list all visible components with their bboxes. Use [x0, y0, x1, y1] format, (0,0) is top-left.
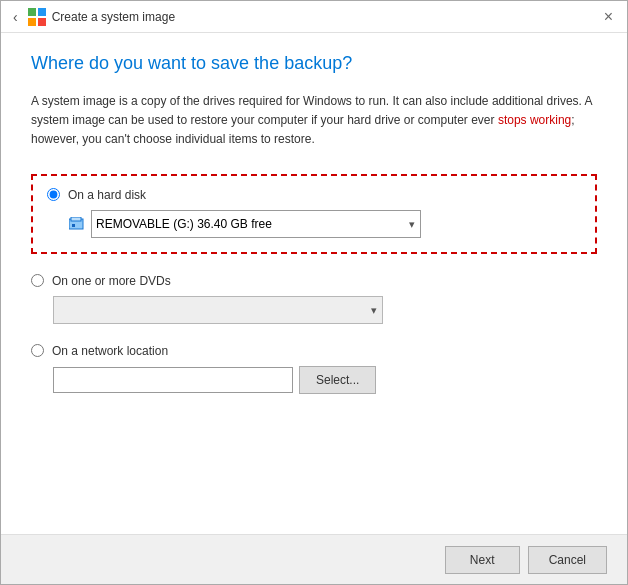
network-input[interactable]	[53, 367, 293, 393]
title-bar: ‹ Create a system image ×	[1, 1, 627, 33]
hard-disk-label[interactable]: On a hard disk	[68, 188, 146, 202]
page-heading: Where do you want to save the backup?	[31, 53, 597, 74]
description-highlight: stops working	[498, 113, 571, 127]
dvd-option-row: On one or more DVDs	[31, 274, 597, 288]
network-option-section: On a network location Select...	[31, 344, 597, 394]
description: A system image is a copy of the drives r…	[31, 92, 597, 150]
cancel-button[interactable]: Cancel	[528, 546, 607, 574]
content-area: Where do you want to save the backup? A …	[1, 33, 627, 534]
svg-rect-0	[28, 8, 36, 16]
network-input-wrapper: Select...	[53, 366, 597, 394]
drive-select-wrapper: REMOVABLE (G:) 36.40 GB free	[91, 210, 421, 238]
back-button[interactable]: ‹	[9, 7, 22, 27]
hard-disk-option-row: On a hard disk	[47, 188, 581, 202]
hard-disk-radio[interactable]	[47, 188, 60, 201]
svg-rect-3	[38, 18, 46, 26]
svg-rect-1	[38, 8, 46, 16]
next-button[interactable]: Next	[445, 546, 520, 574]
dvd-label[interactable]: On one or more DVDs	[52, 274, 171, 288]
hard-disk-dropdown-wrapper: REMOVABLE (G:) 36.40 GB free	[69, 210, 581, 238]
network-option-row: On a network location	[31, 344, 597, 358]
footer: Next Cancel	[1, 534, 627, 584]
hard-disk-dropdown[interactable]: REMOVABLE (G:) 36.40 GB free	[91, 210, 421, 238]
svg-rect-6	[72, 224, 75, 227]
dvd-select-wrapper	[53, 296, 383, 324]
network-radio[interactable]	[31, 344, 44, 357]
window-title: Create a system image	[52, 10, 175, 24]
title-bar-left: ‹ Create a system image	[9, 7, 175, 27]
dvd-radio[interactable]	[31, 274, 44, 287]
window-icon	[28, 8, 46, 26]
hard-disk-option-box: On a hard disk REMOVABLE (G:) 36.40 GB f…	[31, 174, 597, 254]
dvd-dropdown	[53, 296, 383, 324]
network-select-button[interactable]: Select...	[299, 366, 376, 394]
svg-rect-5	[71, 217, 81, 221]
close-button[interactable]: ×	[598, 7, 619, 27]
dvd-option-section: On one or more DVDs	[31, 274, 597, 324]
svg-rect-2	[28, 18, 36, 26]
window: ‹ Create a system image × Where do you w…	[0, 0, 628, 585]
network-label[interactable]: On a network location	[52, 344, 168, 358]
dvd-dropdown-wrapper	[53, 296, 597, 324]
drive-icon	[69, 217, 85, 231]
